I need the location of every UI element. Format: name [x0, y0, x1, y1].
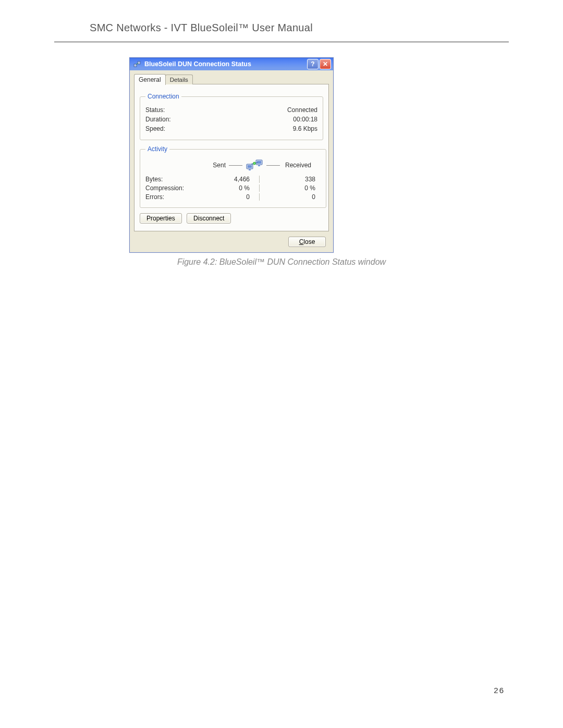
activity-legend: Activity	[145, 145, 169, 153]
speed-label: Speed:	[145, 125, 271, 132]
close-button-rest: lose	[303, 238, 315, 245]
errors-received: 0	[268, 193, 315, 201]
network-activity-icon	[246, 158, 263, 172]
activity-header: Sent	[145, 158, 321, 172]
errors-sent: 0	[203, 193, 250, 201]
figure-caption: Figure 4.2: BlueSoleil™ DUN Connection S…	[0, 257, 563, 267]
sent-header: Sent	[203, 162, 226, 169]
received-header: Received	[283, 162, 321, 169]
tabstrip: General Details	[134, 73, 329, 84]
bytes-label: Bytes:	[145, 176, 203, 183]
activity-dash-left	[229, 165, 242, 166]
page-number: 26	[494, 686, 505, 695]
tab-general[interactable]: General	[134, 74, 166, 85]
bytes-received: 338	[268, 176, 315, 183]
close-button[interactable]: Close	[288, 237, 326, 247]
svg-point-11	[253, 162, 256, 165]
header-rule	[54, 42, 509, 42]
bytes-sent: 4,466	[203, 176, 250, 183]
activity-row-errors: Errors: 0 0	[145, 193, 321, 201]
speed-value: 9.6 Kbps	[271, 125, 317, 132]
compression-label: Compression:	[145, 184, 203, 192]
errors-label: Errors:	[145, 193, 203, 201]
dialog-footer: Close	[134, 231, 329, 247]
svg-rect-9	[258, 165, 260, 166]
properties-button[interactable]: Properties	[140, 213, 182, 224]
titlebar[interactable]: BlueSoleil DUN Connection Status ? ✕	[130, 58, 333, 70]
activity-row-compression: Compression: 0 % 0 %	[145, 184, 321, 192]
svg-rect-8	[257, 161, 261, 164]
svg-rect-1	[138, 61, 140, 64]
status-label: Status:	[145, 106, 271, 114]
disconnect-button[interactable]: Disconnect	[187, 213, 231, 224]
activity-dash-right	[266, 165, 280, 166]
duration-value: 00:00:18	[271, 116, 317, 123]
titlebar-title: BlueSoleil DUN Connection Status	[144, 60, 306, 68]
app-icon	[133, 60, 141, 68]
status-value: Connected	[271, 106, 317, 114]
connection-group: Connection Status: Connected Duration: 0…	[140, 93, 323, 140]
connection-status-dialog: BlueSoleil DUN Connection Status ? ✕ Gen…	[129, 57, 334, 253]
dialog-client-area: General Details Connection Status: Conne…	[130, 70, 333, 252]
tab-panel-general: Connection Status: Connected Duration: 0…	[134, 84, 329, 231]
panel-button-row: Properties Disconnect	[140, 213, 323, 224]
page-header: SMC Networks - IVT BlueSoleil™ User Manu…	[90, 22, 313, 34]
svg-point-3	[137, 64, 138, 65]
compression-sent: 0 %	[203, 184, 250, 192]
svg-rect-6	[249, 169, 251, 170]
activity-row-bytes: Bytes: 4,466 338	[145, 176, 321, 183]
svg-rect-5	[248, 165, 252, 168]
titlebar-close-button[interactable]: ✕	[320, 59, 331, 69]
duration-label: Duration:	[145, 116, 271, 123]
compression-received: 0 %	[268, 184, 315, 192]
connection-legend: Connection	[145, 93, 181, 100]
activity-group: Activity Sent	[140, 145, 326, 208]
tab-details[interactable]: Details	[165, 75, 193, 84]
titlebar-help-button[interactable]: ?	[307, 59, 319, 69]
